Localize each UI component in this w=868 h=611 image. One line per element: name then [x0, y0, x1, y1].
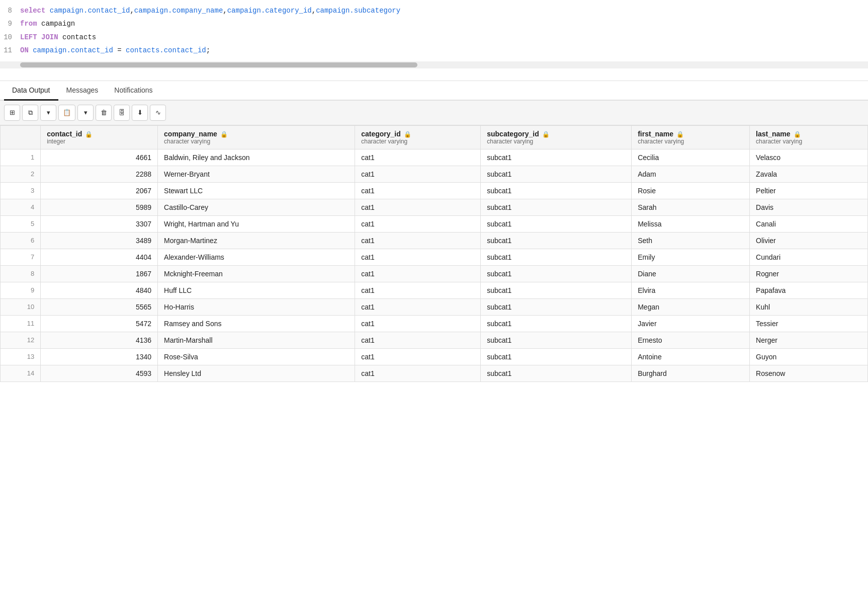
cell-first-name: Javier — [632, 315, 750, 332]
add-row-button[interactable]: ⊞ — [4, 105, 20, 121]
cell-last-name: Tessier — [750, 315, 868, 332]
code-token: LEFT JOIN — [20, 33, 62, 41]
cell-contact-id: 4661 — [41, 149, 158, 166]
col-header-first_name[interactable]: first_name🔒character varying — [632, 125, 750, 149]
table-row[interactable]: 22288Werner-Bryantcat1subcat1AdamZavala — [1, 166, 868, 182]
table-row[interactable]: 115472Ramsey and Sonscat1subcat1JavierTe… — [1, 315, 868, 332]
col-type: character varying — [638, 138, 743, 145]
delete-button[interactable]: 🗑 — [96, 105, 112, 121]
graph-button[interactable]: ∿ — [150, 105, 166, 121]
paste-dropdown-button[interactable]: ▾ — [77, 105, 94, 121]
table-row[interactable]: 144593Hensley Ltdcat1subcat1BurghardRose… — [1, 365, 868, 381]
copy-button[interactable]: ⧉ — [22, 105, 38, 121]
cell-last-name: Peltier — [750, 182, 868, 199]
paste-button[interactable]: 📋 — [58, 105, 75, 121]
row-number: 6 — [1, 232, 41, 249]
cell-last-name: Rosenow — [750, 365, 868, 381]
cell-company-name: Wright, Hartman and Yu — [158, 215, 355, 232]
row-number: 9 — [1, 282, 41, 298]
cell-subcategory-id: subcat1 — [481, 182, 632, 199]
col-header-contact_id[interactable]: contact_id🔒integer — [41, 125, 158, 149]
col-name: company_name — [164, 130, 217, 138]
col-name: first_name — [638, 130, 673, 138]
cell-contact-id: 1867 — [41, 265, 158, 282]
code-token: campaign — [41, 20, 75, 28]
cell-category-id: cat1 — [355, 166, 481, 182]
cell-category-id: cat1 — [355, 365, 481, 381]
cell-contact-id: 5565 — [41, 298, 158, 315]
col-header-company_name[interactable]: company_name🔒character varying — [158, 125, 355, 149]
cell-category-id: cat1 — [355, 149, 481, 166]
code-token: ; — [206, 46, 210, 54]
table-row[interactable]: 45989Castillo-Careycat1subcat1SarahDavis — [1, 199, 868, 215]
cell-category-id: cat1 — [355, 265, 481, 282]
cell-subcategory-id: subcat1 — [481, 365, 632, 381]
table-row[interactable]: 124136Martin-Marshallcat1subcat1ErnestoN… — [1, 332, 868, 348]
code-token: from — [20, 20, 41, 28]
cell-company-name: Ho-Harris — [158, 298, 355, 315]
code-token: campaign.category_id — [227, 7, 312, 15]
cell-contact-id: 1340 — [41, 348, 158, 365]
table-row[interactable]: 63489Morgan-Martinezcat1subcat1SethOlivi… — [1, 232, 868, 249]
table-row[interactable]: 14661Baldwin, Riley and Jacksoncat1subca… — [1, 149, 868, 166]
lock-icon: 🔒 — [676, 131, 684, 138]
code-token: ON — [20, 46, 33, 54]
tab-notifications[interactable]: Notifications — [106, 81, 160, 101]
cell-company-name: Castillo-Carey — [158, 199, 355, 215]
cell-subcategory-id: subcat1 — [481, 282, 632, 298]
tab-messages[interactable]: Messages — [58, 81, 107, 101]
table-row[interactable]: 131340Rose-Silvacat1subcat1AntoineGuyon — [1, 348, 868, 365]
code-token: campaign.company_name — [134, 7, 223, 15]
code-token: , — [130, 7, 134, 15]
line-number: 11 — [0, 45, 20, 56]
table-row[interactable]: 74404Alexander-Williamscat1subcat1EmilyC… — [1, 249, 868, 265]
cell-category-id: cat1 — [355, 182, 481, 199]
table-row[interactable]: 105565Ho-Harriscat1subcat1MeganKuhl — [1, 298, 868, 315]
line-content: LEFT JOIN contacts — [20, 32, 868, 43]
code-token: , — [223, 7, 227, 15]
tab-data-output[interactable]: Data Output — [4, 81, 58, 101]
tabs-bar: Data OutputMessagesNotifications — [0, 81, 868, 101]
col-name: last_name — [756, 130, 790, 138]
cell-subcategory-id: subcat1 — [481, 232, 632, 249]
code-token: campaign.contact_id — [33, 46, 113, 54]
table-row[interactable]: 32067Stewart LLCcat1subcat1RosiePeltier — [1, 182, 868, 199]
cell-contact-id: 2067 — [41, 182, 158, 199]
code-editor: 8select campaign.contact_id,campaign.com… — [0, 0, 868, 81]
cell-category-id: cat1 — [355, 215, 481, 232]
col-type: character varying — [361, 138, 474, 145]
table-row[interactable]: 81867Mcknight-Freemancat1subcat1DianeRog… — [1, 265, 868, 282]
cell-last-name: Canali — [750, 215, 868, 232]
table-row[interactable]: 94840Huff LLCcat1subcat1ElviraPapafava — [1, 282, 868, 298]
download-button[interactable]: ⬇ — [132, 105, 148, 121]
cell-last-name: Kuhl — [750, 298, 868, 315]
col-type: integer — [47, 138, 151, 145]
save-db-button[interactable]: 🗄 — [114, 105, 130, 121]
cell-company-name: Rose-Silva — [158, 348, 355, 365]
line-content: from campaign — [20, 18, 868, 29]
col-header-subcategory_id[interactable]: subcategory_id🔒character varying — [481, 125, 632, 149]
cell-subcategory-id: subcat1 — [481, 215, 632, 232]
line-number: 10 — [0, 32, 20, 43]
cell-contact-id: 4840 — [41, 282, 158, 298]
lock-icon: 🔒 — [542, 131, 550, 138]
cell-first-name: Seth — [632, 232, 750, 249]
cell-first-name: Burghard — [632, 365, 750, 381]
horizontal-scrollbar[interactable] — [0, 61, 868, 68]
copy-dropdown-button[interactable]: ▾ — [40, 105, 56, 121]
cell-category-id: cat1 — [355, 348, 481, 365]
row-number: 1 — [1, 149, 41, 166]
cell-last-name: Nerger — [750, 332, 868, 348]
cell-category-id: cat1 — [355, 298, 481, 315]
cell-contact-id: 3489 — [41, 232, 158, 249]
col-header-last_name[interactable]: last_name🔒character varying — [750, 125, 868, 149]
data-table-container[interactable]: contact_id🔒integercompany_name🔒character… — [0, 125, 868, 382]
code-line-10: 10LEFT JOIN contacts — [0, 31, 868, 44]
row-number: 10 — [1, 298, 41, 315]
cell-last-name: Velasco — [750, 149, 868, 166]
col-header-category_id[interactable]: category_id🔒character varying — [355, 125, 481, 149]
row-number: 11 — [1, 315, 41, 332]
cell-first-name: Emily — [632, 249, 750, 265]
col-type: character varying — [756, 138, 861, 145]
table-row[interactable]: 53307Wright, Hartman and Yucat1subcat1Me… — [1, 215, 868, 232]
